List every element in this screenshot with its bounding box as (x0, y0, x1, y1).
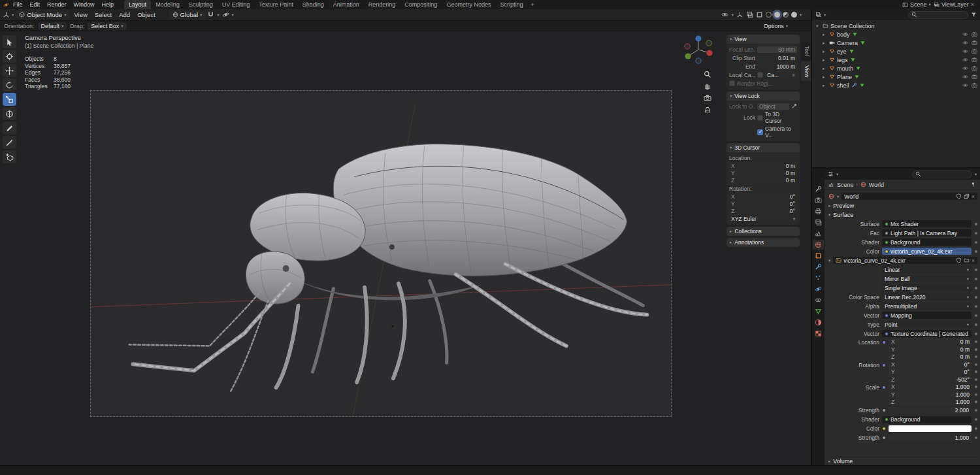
eye-icon[interactable] (962, 40, 968, 46)
workspace-tab-scripting[interactable]: Scripting (495, 0, 527, 9)
render-visibility-icon[interactable] (972, 82, 977, 88)
visibility-dropdown-icon[interactable] (721, 11, 728, 18)
cursor-rotation-x[interactable]: X0° (729, 193, 797, 200)
cursor-location-z[interactable]: Z0 m (729, 177, 797, 184)
view-lock-panel-header[interactable]: ▾View Lock (727, 91, 800, 101)
outliner-row-mouth[interactable]: ▸ mouth (812, 64, 980, 73)
tool-select-box-button[interactable] (3, 35, 16, 48)
world-browse-caret[interactable]: ▾ (837, 194, 839, 199)
cursor-panel-header[interactable]: ▾3D Cursor (727, 143, 800, 152)
clip-start-field[interactable]: 0.01 m (757, 55, 797, 61)
viewport-3d[interactable]: Camera Perspective (1) Scene Collection … (0, 31, 811, 465)
options-dropdown[interactable]: Options▾ (760, 22, 791, 30)
props-tab-particles[interactable] (813, 273, 824, 283)
projection-dropdown[interactable]: Mirror Ball▾ (882, 275, 972, 282)
eye-icon[interactable] (962, 65, 968, 71)
menu-edit[interactable]: Edit (27, 1, 44, 8)
properties-editor-icon[interactable] (828, 171, 834, 177)
fake-user-shield-icon[interactable] (956, 257, 962, 263)
background-color-swatch[interactable] (889, 425, 972, 432)
outliner-row-scene-collection[interactable]: ▾ Scene Collection (812, 22, 980, 30)
location-y-field[interactable]: Y0 m (889, 346, 972, 353)
outliner-row-body[interactable]: ▸ body (812, 30, 980, 39)
rotation-order-dropdown[interactable]: XYZ Euler▾ (729, 216, 797, 222)
workspace-tab-layout[interactable]: Layout (124, 0, 151, 9)
eye-icon[interactable] (962, 82, 968, 88)
tool-scale-button[interactable] (3, 93, 16, 106)
outliner-editor-icon[interactable] (815, 12, 821, 18)
tool-rotate-button[interactable] (3, 78, 16, 91)
eye-icon[interactable] (962, 74, 968, 80)
surface-panel-header[interactable]: ▾Surface (828, 210, 977, 219)
workspace-tab-animation[interactable]: Animation (329, 0, 364, 9)
scale-z-field[interactable]: Z1.000 (889, 399, 972, 406)
outliner-row-shell[interactable]: ▸ shell (812, 81, 980, 90)
render-visibility-icon[interactable] (972, 65, 977, 71)
alpha-dropdown[interactable]: Premultiplied▾ (882, 303, 972, 310)
add-workspace-button[interactable]: + (527, 0, 537, 9)
axis-y-handle[interactable] (685, 53, 691, 59)
blender-logo-icon[interactable] (3, 2, 9, 8)
viewlayer-selector[interactable]: ViewLayer × (934, 1, 974, 8)
rotation-x-field[interactable]: X0° (889, 361, 972, 369)
color-space-dropdown[interactable]: Linear Rec.2020▾ (882, 293, 972, 301)
menu-window[interactable]: Window (71, 1, 98, 8)
render-region-checkbox[interactable] (729, 80, 735, 86)
menu-help[interactable]: Help (99, 1, 118, 8)
local-camera-checkbox[interactable] (757, 72, 763, 78)
props-tab-render[interactable] (813, 195, 824, 205)
render-visibility-icon[interactable] (972, 40, 977, 46)
proportional-caret[interactable]: ▾ (232, 12, 234, 18)
vector-mapping-button[interactable]: Mapping (882, 312, 972, 319)
props-tab-view-layer[interactable] (813, 218, 824, 227)
drag-dropdown[interactable]: Select Box▾ (88, 22, 126, 30)
shading-material-icon[interactable] (783, 12, 789, 18)
props-tab-material[interactable] (813, 318, 824, 327)
color-input-button[interactable]: victoria_curve_02_4k.exr (882, 248, 972, 255)
n-panel-tab-tool[interactable]: Tool (801, 42, 811, 60)
beetle-model[interactable] (91, 91, 671, 416)
tool-transform-button[interactable] (3, 107, 16, 120)
transform-orientation-dropdown[interactable]: Global▾ (169, 10, 206, 19)
camera-view-icon[interactable] (704, 94, 711, 102)
world-name-field[interactable]: World × (841, 193, 977, 200)
orientation-dropdown[interactable]: Default▾ (38, 22, 67, 30)
strength-field[interactable]: 2.000 (889, 407, 972, 414)
props-tab-texture[interactable] (813, 329, 824, 338)
interpolation-dropdown[interactable]: Linear▾ (882, 266, 972, 273)
outliner-row-legs[interactable]: ▸ legs (812, 56, 980, 64)
outliner-search-input[interactable] (919, 12, 965, 18)
render-visibility-icon[interactable] (972, 57, 977, 63)
texture-coordinate-button[interactable]: Texture Coordinate | Generated (882, 330, 972, 337)
collections-panel-header[interactable]: ▸Collections (727, 227, 800, 236)
lock-to-3d-cursor-checkbox[interactable] (757, 115, 763, 121)
duplicate-icon[interactable] (964, 193, 970, 199)
workspace-tab-sculpting[interactable]: Sculpting (184, 0, 218, 9)
gizmos-toggle-icon[interactable] (736, 11, 743, 18)
eye-icon[interactable] (962, 48, 968, 54)
image-name-field[interactable]: victoria_curve_02_4k.exr × (833, 257, 977, 264)
props-tab-object-data[interactable] (813, 306, 824, 316)
axis-z-handle[interactable] (695, 35, 701, 41)
strength2-field[interactable]: 1.000 (889, 434, 972, 442)
unlink-icon[interactable]: × (972, 193, 975, 200)
image-browse-caret[interactable]: ▾ (828, 258, 830, 263)
filter-funnel-icon[interactable] (971, 12, 977, 18)
shading-solid-icon[interactable] (774, 12, 780, 18)
menu-object[interactable]: Object (135, 11, 157, 18)
shader2-button[interactable]: Background (882, 416, 972, 423)
menu-file[interactable]: File (10, 1, 26, 8)
menu-view[interactable]: View (71, 11, 90, 18)
viewlayer-remove-icon[interactable]: × (971, 1, 974, 8)
fac-input-button[interactable]: Light Path | Is Camera Ray (882, 229, 972, 237)
cursor-location-y[interactable]: Y0 m (729, 170, 797, 176)
properties-search-input[interactable] (923, 171, 969, 178)
zoom-icon[interactable] (704, 71, 711, 78)
outliner-row-eye[interactable]: ▸ eye (812, 47, 980, 56)
editor-type-caret[interactable]: ▾ (12, 12, 14, 18)
menu-add[interactable]: Add (116, 11, 133, 18)
breadcrumb-world[interactable]: World (869, 182, 884, 188)
axis-z-neg-handle[interactable] (696, 58, 701, 63)
visibility-caret[interactable]: ▾ (731, 12, 733, 18)
outliner-row-plane[interactable]: ▸ Plane (812, 73, 980, 81)
